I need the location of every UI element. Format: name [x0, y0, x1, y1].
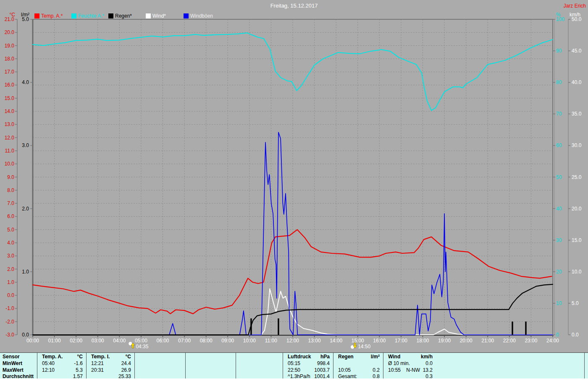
- table-divider: [37, 353, 37, 378]
- rain-bar: [250, 318, 252, 335]
- svg-text:24:00: 24:00: [546, 338, 559, 344]
- humidity-axis-unit-label: %: [556, 12, 561, 18]
- svg-text:35.0: 35.0: [572, 111, 582, 117]
- sunrise-marker-icon: [129, 342, 135, 349]
- svg-text:10:00: 10:00: [243, 338, 256, 344]
- svg-text:19:00: 19:00: [438, 338, 451, 344]
- table-col-title: Temp. I.: [91, 354, 110, 360]
- svg-text:08:00: 08:00: [200, 338, 213, 344]
- svg-text:45.0: 45.0: [572, 48, 582, 54]
- sun-marker-time: 14:50: [358, 344, 370, 349]
- table-value: 0.2: [373, 367, 380, 373]
- table-value: 24.4: [121, 360, 131, 367]
- table-value-time: Ø 10 min.: [388, 360, 410, 367]
- table-value-time: 10:05: [338, 367, 351, 373]
- svg-text:3.0: 3.0: [22, 142, 29, 148]
- svg-text:18:00: 18:00: [416, 338, 429, 344]
- svg-text:-3.0: -3.0: [5, 332, 14, 338]
- svg-text:10.0: 10.0: [572, 269, 582, 275]
- svg-text:40: 40: [556, 206, 562, 212]
- table-col-unit: °C: [126, 354, 131, 360]
- table-value-time: 22:50: [288, 367, 300, 373]
- svg-text:25.0: 25.0: [572, 174, 582, 180]
- page-title: Freitag, 15.12.2017: [0, 3, 588, 9]
- table-value: -1.6: [74, 360, 83, 367]
- bottom-strip: [0, 378, 588, 381]
- svg-text:05:00: 05:00: [135, 338, 147, 344]
- svg-text:0: 0: [556, 332, 559, 338]
- svg-text:15.0: 15.0: [572, 237, 582, 243]
- table-value-time: 10:55: [388, 367, 401, 373]
- svg-text:40.0: 40.0: [572, 79, 582, 85]
- table-col-unit: l/m²: [371, 354, 380, 360]
- svg-text:15.0: 15.0: [5, 95, 15, 101]
- svg-text:5.0: 5.0: [7, 227, 14, 233]
- svg-text:50: 50: [556, 174, 562, 180]
- legend-label: Wind*: [152, 13, 166, 19]
- svg-text:09:00: 09:00: [221, 338, 234, 344]
- svg-text:03:00: 03:00: [92, 338, 104, 344]
- watermark: Jarz Erich: [564, 3, 586, 9]
- svg-text:4.0: 4.0: [7, 240, 14, 246]
- table-value: 998.4: [317, 360, 330, 367]
- legend-swatch-icon: [108, 13, 113, 18]
- table-divider: [333, 353, 333, 378]
- table-col-title: Regen: [338, 354, 354, 360]
- svg-text:4.0: 4.0: [22, 79, 29, 85]
- svg-text:-1.0: -1.0: [5, 305, 14, 311]
- svg-text:15:00: 15:00: [352, 338, 364, 344]
- rain-bar: [525, 321, 526, 335]
- table-value-time: 05:15: [288, 360, 300, 367]
- svg-text:2.0: 2.0: [22, 206, 29, 212]
- chart-plot: -3.0-2.0-1.00.01.02.03.04.05.06.07.08.09…: [0, 0, 588, 352]
- svg-text:11.0: 11.0: [5, 148, 15, 154]
- table-divider: [134, 353, 135, 378]
- svg-text:16.0: 16.0: [5, 82, 15, 88]
- table-divider: [185, 353, 186, 378]
- svg-text:07:00: 07:00: [178, 338, 191, 344]
- svg-text:12:00: 12:00: [286, 338, 299, 344]
- svg-text:16:00: 16:00: [373, 338, 386, 344]
- svg-text:20:00: 20:00: [460, 338, 472, 344]
- table-col-title: Temp. A.: [42, 354, 63, 360]
- table-value-direction: N-NW: [406, 367, 420, 373]
- legend-swatch-icon: [184, 13, 189, 18]
- svg-text:23:00: 23:00: [525, 338, 537, 344]
- sun-marker-time: 04:35: [136, 344, 148, 349]
- summary-table: SensorMinWertMaxWertDurchschnittTemp. A.…: [0, 352, 588, 378]
- gridlines: [33, 19, 553, 335]
- svg-text:10.0: 10.0: [5, 161, 15, 167]
- table-divider: [283, 353, 283, 378]
- table-value-time: 05:40: [42, 360, 55, 367]
- weather-day-chart-window: -3.0-2.0-1.00.01.02.03.04.05.06.07.08.09…: [0, 0, 588, 381]
- svg-text:0.0: 0.0: [22, 332, 29, 338]
- table-row-label: MaxWert: [3, 367, 24, 373]
- svg-text:13:00: 13:00: [308, 338, 321, 344]
- svg-text:02:00: 02:00: [70, 338, 82, 344]
- table-divider: [236, 353, 236, 378]
- svg-text:20.0: 20.0: [572, 206, 582, 212]
- svg-text:2.0: 2.0: [7, 266, 14, 272]
- legend-swatch-icon: [146, 13, 151, 18]
- table-value: 26.9: [121, 367, 131, 373]
- table-row-label: MinWert: [3, 360, 22, 367]
- svg-text:3.0: 3.0: [7, 253, 14, 259]
- svg-text:21:00: 21:00: [481, 338, 494, 344]
- sunset-marker-icon: [351, 343, 357, 349]
- svg-text:60: 60: [556, 142, 562, 148]
- legend-label: Windböen: [190, 13, 213, 19]
- legend-swatch-icon: [71, 13, 76, 18]
- table-col-unit: km/h: [421, 354, 433, 360]
- svg-text:-2.0: -2.0: [5, 319, 14, 325]
- svg-text:19.0: 19.0: [5, 43, 15, 49]
- table-value: 13.2: [423, 367, 433, 373]
- table-value: 5.3: [76, 367, 83, 373]
- table-value-time: 12:21: [91, 360, 104, 367]
- svg-text:20: 20: [556, 269, 562, 275]
- svg-text:00:00: 00:00: [26, 338, 39, 344]
- table-divider: [383, 353, 383, 378]
- svg-text:5.0: 5.0: [572, 300, 579, 306]
- table-value: 0.0: [425, 360, 433, 367]
- svg-text:80: 80: [556, 79, 562, 85]
- svg-text:06:00: 06:00: [156, 338, 169, 344]
